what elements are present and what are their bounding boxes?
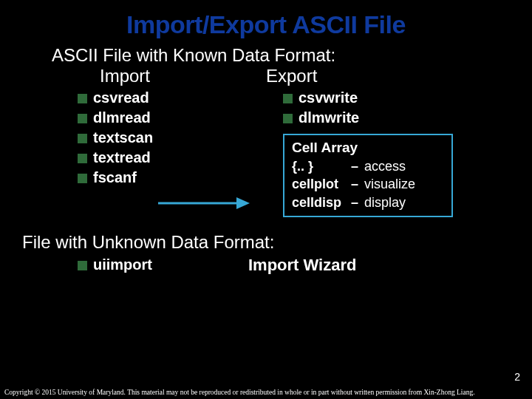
slide-body: ASCII File with Known Data Format: Impor… [0,45,532,275]
dash-icon: – [351,157,364,175]
box-key: celldisp [292,194,351,211]
box-key: cellplot [292,175,351,193]
list-item: csvwrite [283,89,453,106]
list-item: uiimport [78,256,152,273]
box-row: cellplot–visualize [292,175,444,193]
section2-heading: File with Unknown Data Format: [22,232,480,253]
list-item: dlmwrite [283,109,453,126]
section1-heading: ASCII File with Known Data Format: [52,45,480,66]
item-label: uiimport [93,256,152,273]
import-wizard-label: Import Wizard [248,256,356,275]
copyright-text: Copyright © 2015 University of Maryland.… [4,389,475,396]
dash-icon: – [351,194,364,211]
dash-icon: – [351,175,364,193]
section2-row: uiimport Import Wizard [52,256,480,275]
square-bullet-icon [78,114,87,123]
square-bullet-icon [78,261,87,270]
item-label: textscan [93,129,153,146]
square-bullet-icon [78,174,87,183]
export-header: Export [266,66,317,86]
item-label: fscanf [93,169,137,186]
box-row: {.. }–access [292,157,444,175]
box-key: {.. } [292,157,351,175]
lists-row: csvread dlmread textscan textread fscanf… [52,89,480,217]
item-label: dlmwrite [299,109,359,126]
cell-array-box: Cell Array {.. }–access cellplot–visuali… [283,134,453,217]
item-label: csvwrite [299,89,358,106]
import-list: csvread dlmread textscan textread fscanf [78,89,239,217]
slide-title: Import/Export ASCII File [0,0,532,45]
box-row: celldisp–display [292,194,444,211]
box-header: Cell Array [292,140,444,156]
list-item: csvread [78,89,239,106]
page-number: 2 [514,371,520,383]
box-val: visualize [364,175,415,193]
export-list: csvwrite dlmwrite Cell Array {.. }–acces… [283,89,453,217]
item-label: dlmread [93,109,151,126]
list-item: dlmread [78,109,239,126]
square-bullet-icon [78,94,87,103]
square-bullet-icon [78,134,87,143]
list-item: textread [78,149,239,166]
box-val: access [364,157,406,175]
square-bullet-icon [283,94,293,103]
square-bullet-icon [283,114,293,123]
list-item: fscanf [78,169,239,186]
list-item: textscan [78,129,239,146]
item-label: csvread [93,89,149,106]
column-headers: Import Export [52,66,480,86]
square-bullet-icon [78,154,87,163]
item-label: textread [93,149,151,166]
import-header: Import [100,66,248,86]
box-val: display [364,194,406,211]
